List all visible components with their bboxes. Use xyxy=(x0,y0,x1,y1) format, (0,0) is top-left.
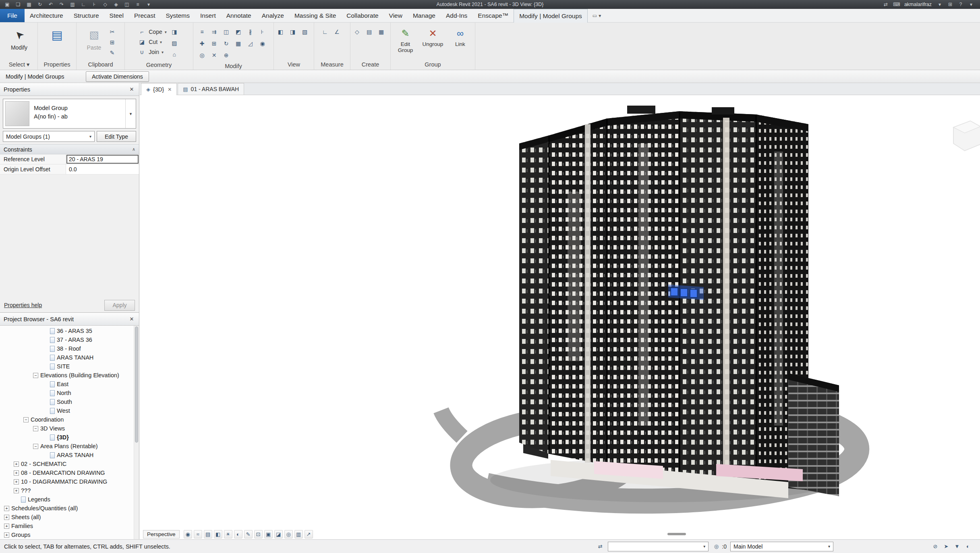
measure-distance-icon[interactable]: ∟ xyxy=(321,27,329,36)
ribbon-tab[interactable]: Insert xyxy=(195,9,221,22)
project-browser-header[interactable]: Project Browser - SA6 revit ✕ xyxy=(0,313,139,326)
join-dropdown[interactable]: ∪ Join ▾ xyxy=(137,48,167,56)
tree-expand-toggle[interactable]: − xyxy=(23,417,29,422)
create-group-icon[interactable]: ▦ xyxy=(377,27,386,36)
browser-scrollbar-thumb[interactable] xyxy=(135,326,138,443)
tree-item[interactable]: 37 - ARAS 36 xyxy=(0,335,139,344)
shadows-icon[interactable]: ◐ xyxy=(234,530,242,538)
press-drag-icon[interactable]: ➤ xyxy=(942,543,950,551)
reference-level-value[interactable]: 20 - ARAS 19 xyxy=(66,154,139,164)
view-tab-3d[interactable]: ◈ {3D} ✕ xyxy=(141,83,177,95)
project-browser-close-icon[interactable]: ✕ xyxy=(128,316,135,322)
create-similar-icon[interactable]: ◇ xyxy=(353,27,362,36)
communication-center-icon[interactable]: ⇄ xyxy=(883,2,889,7)
tree-item[interactable]: + 02 - SCHEMATIC xyxy=(0,459,139,468)
thin-lines-icon[interactable]: ≡ xyxy=(135,2,141,7)
tree-item[interactable]: 38 - Roof xyxy=(0,344,139,353)
section-icon[interactable]: ◫ xyxy=(124,2,130,7)
ribbon-tab[interactable]: View xyxy=(384,9,408,22)
render-gallery-icon[interactable]: ▤ xyxy=(204,530,212,538)
tree-expand-toggle[interactable]: − xyxy=(33,444,38,449)
hide-in-view-icon[interactable]: ◧ xyxy=(276,27,285,36)
join-unjoin-icon[interactable]: ⊕ xyxy=(222,51,231,60)
scale-icon[interactable]: ◿ xyxy=(246,39,255,48)
tree-expand-toggle[interactable]: + xyxy=(14,488,19,493)
tree-item[interactable]: East xyxy=(0,380,139,389)
design-option-combo[interactable]: Main Model ▾ xyxy=(730,542,833,551)
tree-item[interactable]: {3D} xyxy=(0,433,139,442)
match-type-icon[interactable]: ✎ xyxy=(108,48,117,57)
split-element-icon[interactable]: ∦ xyxy=(246,27,255,36)
tree-expand-toggle[interactable]: − xyxy=(33,373,38,378)
tree-item[interactable]: + Groups xyxy=(0,530,139,539)
ribbon-tab[interactable]: Systems xyxy=(160,9,195,22)
render-icon[interactable]: ◉ xyxy=(184,530,192,538)
worksharing-icon[interactable]: ⇄ xyxy=(596,543,604,551)
link-button[interactable]: ∞ Link xyxy=(448,27,473,53)
rotate-icon[interactable]: ↻ xyxy=(222,39,231,48)
exclude-options-icon[interactable]: ⊘ xyxy=(931,543,939,551)
tree-item[interactable]: − Elevations (Building Elevation) xyxy=(0,371,139,380)
tree-item[interactable]: ARAS TANAH xyxy=(0,353,139,362)
print-icon[interactable]: ▥ xyxy=(69,2,76,7)
show-crop-region-icon[interactable]: ▣ xyxy=(264,530,273,538)
edit-group-button[interactable]: ✎ Edit Group xyxy=(393,27,418,53)
tree-expand-toggle[interactable]: + xyxy=(14,479,19,484)
apply-button[interactable]: Apply xyxy=(104,300,135,311)
ribbon-tab[interactable]: Precast xyxy=(129,9,161,22)
properties-header[interactable]: Properties ✕ xyxy=(0,83,139,96)
selection-toggle-icon[interactable]: ◐ xyxy=(964,543,972,551)
tree-item[interactable]: + Families xyxy=(0,522,139,530)
demolish-icon[interactable]: ⌂ xyxy=(170,50,179,59)
copy-to-clipboard-icon[interactable]: ⊞ xyxy=(108,38,117,47)
geometry-panel-label[interactable]: Geometry xyxy=(125,60,193,70)
cope-dropdown[interactable]: ⌐ Cope ▾ xyxy=(137,27,167,36)
tree-expand-toggle[interactable]: + xyxy=(14,470,19,476)
filter-icon[interactable]: ▼ xyxy=(953,543,961,551)
constraints-group-header[interactable]: Constraints ∧ xyxy=(0,144,139,154)
cut-dropdown[interactable]: ◪ Cut ▾ xyxy=(137,37,167,46)
ribbon-tab[interactable]: Analyze xyxy=(257,9,289,22)
array-icon[interactable]: ▦ xyxy=(234,39,243,48)
active-workset-combo[interactable]: ▾ xyxy=(608,542,709,551)
ribbon-tab[interactable]: Steel xyxy=(104,9,129,22)
pin-icon[interactable]: ◉ xyxy=(258,39,267,48)
ribbon-tab[interactable]: Massing & Site xyxy=(289,9,341,22)
tree-expand-toggle[interactable]: − xyxy=(33,426,38,431)
tree-expand-toggle[interactable]: + xyxy=(4,524,9,529)
measure-icon[interactable]: ∟ xyxy=(80,2,87,7)
properties-panel-label[interactable]: Properties xyxy=(38,60,76,70)
tree-item[interactable]: + Sheets (all) xyxy=(0,513,139,522)
sketchy-lines-icon[interactable]: ✎ xyxy=(244,530,253,538)
edit-type-button[interactable]: Edit Type xyxy=(97,131,136,142)
align-icon[interactable]: ≡ xyxy=(198,27,207,36)
create-panel-label[interactable]: Create xyxy=(350,60,390,70)
tree-item[interactable]: West xyxy=(0,406,139,415)
app-button-icon[interactable]: ▣ xyxy=(4,2,10,7)
temporary-view-properties-icon[interactable]: ▥ xyxy=(294,530,303,538)
sync-with-central-icon[interactable]: ↻ xyxy=(37,2,43,7)
delete-icon[interactable]: ✕ xyxy=(210,51,219,60)
cut-profile-icon[interactable]: ▧ xyxy=(300,27,309,36)
properties-close-icon[interactable]: ✕ xyxy=(128,86,135,92)
temporary-hide-isolate-icon[interactable]: ◪ xyxy=(274,530,283,538)
ribbon-tab[interactable]: Annotate xyxy=(221,9,257,22)
ribbon-tab[interactable]: Modify | Model Groups xyxy=(514,9,588,23)
ribbon-tab[interactable]: Enscape™ xyxy=(472,9,514,22)
select-panel-label[interactable]: Select ▾ xyxy=(1,60,37,70)
tree-expand-toggle[interactable]: + xyxy=(4,515,9,520)
tag-by-category-icon[interactable]: ◇ xyxy=(102,2,108,7)
app-store-icon[interactable]: ⊞ xyxy=(947,2,953,7)
crop-view-icon[interactable]: ⊡ xyxy=(254,530,263,538)
clipboard-panel-label[interactable]: Clipboard xyxy=(77,60,124,70)
activate-dimensions-button[interactable]: Activate Dimensions xyxy=(86,71,149,82)
measure-panel-label[interactable]: Measure xyxy=(314,60,350,70)
save-icon[interactable]: ▦ xyxy=(26,2,32,7)
sun-path-icon[interactable]: ☀ xyxy=(224,530,232,538)
tree-item[interactable]: + 10 - DIAGRAMMATIC DRAWING xyxy=(0,477,139,486)
type-selector[interactable]: Model Group A(no fin) - ab ▾ xyxy=(3,99,136,129)
properties-button[interactable]: ▤ xyxy=(47,26,68,44)
qat-customize-icon[interactable]: ▾ xyxy=(145,2,152,7)
mirror-draw-axis-icon[interactable]: ◩ xyxy=(234,27,243,36)
tree-item[interactable]: + 08 - DEMARCATION DRAWING xyxy=(0,468,139,477)
